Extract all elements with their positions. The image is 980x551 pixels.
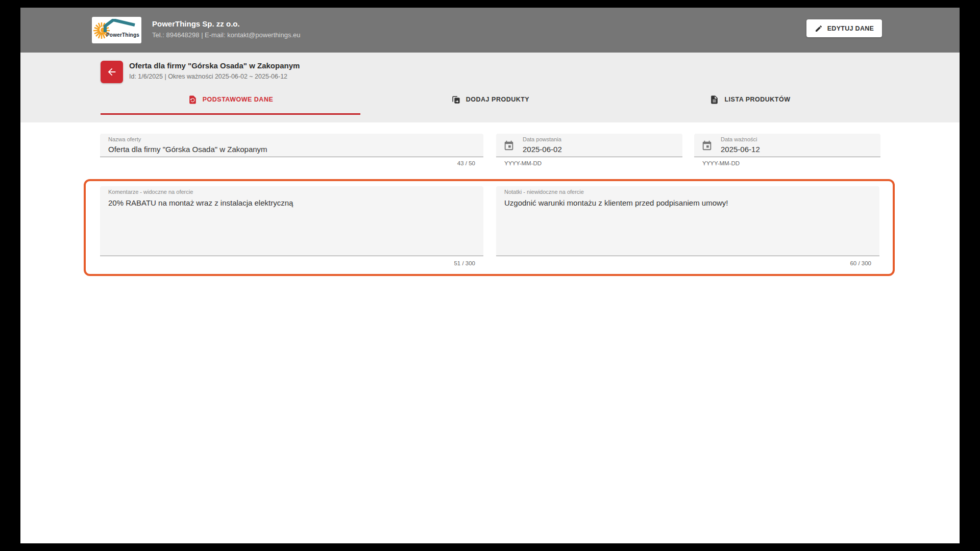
- offer-name-value: Oferta dla firmy "Górska Osada" w Zakopa…: [108, 145, 475, 154]
- offer-name-counter: 43 / 50: [100, 160, 475, 166]
- comments-field[interactable]: Komentarze - widoczne na ofercie 20% RAB…: [100, 186, 483, 256]
- comments-value: 20% RABATU na montaż wraz z instalacja e…: [108, 198, 475, 207]
- app-header: PowerThings PowerThings Sp. zz o.o. Tel.…: [20, 8, 960, 53]
- tab-label: PODSTAWOWE DANE: [203, 96, 274, 103]
- company-contact: Tel.: 894648298 | E-mail: kontakt@powert…: [152, 31, 300, 39]
- form-content: Nazwa oferty Oferta dla firmy "Górska Os…: [20, 122, 960, 543]
- date-valid-hint: YYYY-MM-DD: [702, 160, 740, 166]
- app-window: PowerThings PowerThings Sp. zz o.o. Tel.…: [20, 8, 960, 543]
- date-created-field[interactable]: Data powstania 2025-06-02: [496, 134, 682, 157]
- company-name: PowerThings Sp. zz o.o.: [152, 19, 240, 28]
- notes-field[interactable]: Notatki - niewidoczne na ofercie Uzgodni…: [496, 186, 879, 256]
- tab-podstawowe-dane[interactable]: PODSTAWOWE DANE: [101, 93, 360, 115]
- calendar-icon: [503, 140, 514, 151]
- date-valid-value: 2025-06-12: [721, 145, 872, 154]
- calendar-icon: [701, 140, 713, 151]
- edit-data-label: EDYTUJ DANE: [827, 25, 874, 32]
- notes-value: Uzgodnić warunki montażu z klientem prze…: [504, 198, 871, 207]
- restore-page-icon: [188, 95, 198, 105]
- offer-title: Oferta dla firmy "Górska Osada" w Zakopa…: [129, 61, 300, 70]
- tab-bar: PODSTAWOWE DANE DODAJ PRODUKTY LISTA PRO…: [101, 93, 880, 115]
- date-valid-field[interactable]: Data ważności 2025-06-12: [694, 134, 880, 157]
- comments-label: Komentarze - widoczne na ofercie: [108, 189, 475, 195]
- date-created-hint: YYYY-MM-DD: [504, 160, 542, 166]
- logo-text: PowerThings: [106, 32, 139, 38]
- offer-name-field[interactable]: Nazwa oferty Oferta dla firmy "Górska Os…: [100, 134, 483, 157]
- pencil-icon: [815, 24, 823, 33]
- edit-data-button[interactable]: EDYTUJ DANE: [806, 19, 882, 37]
- tab-label: LISTA PRODUKTÓW: [724, 96, 790, 103]
- notes-counter: 60 / 300: [496, 260, 871, 266]
- tab-dodaj-produkty[interactable]: DODAJ PRODUKTY: [360, 93, 620, 115]
- company-logo: PowerThings: [92, 17, 141, 43]
- date-created-value: 2025-06-02: [523, 145, 674, 154]
- back-arrow-icon: [106, 66, 117, 78]
- add-products-icon: [451, 95, 461, 105]
- product-list-icon: [709, 95, 719, 105]
- tab-label: DODAJ PRODUKTY: [466, 96, 529, 103]
- offer-subheader: Oferta dla firmy "Górska Osada" w Zakopa…: [20, 53, 960, 122]
- back-button[interactable]: [101, 61, 123, 83]
- offer-subtitle: Id: 1/6/2025 | Okres ważności 2025-06-02…: [129, 73, 287, 80]
- offer-name-label: Nazwa oferty: [108, 136, 475, 143]
- notes-label: Notatki - niewidoczne na ofercie: [504, 189, 871, 195]
- date-created-label: Data powstania: [523, 136, 674, 143]
- comments-counter: 51 / 300: [100, 260, 475, 266]
- tab-lista-produktow[interactable]: LISTA PRODUKTÓW: [620, 93, 880, 115]
- date-valid-label: Data ważności: [721, 136, 872, 143]
